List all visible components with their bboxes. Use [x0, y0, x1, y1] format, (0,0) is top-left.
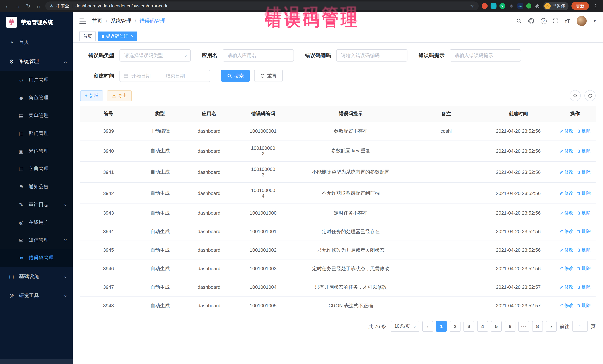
app-name-input[interactable]	[223, 49, 294, 62]
error-type-select[interactable]	[119, 49, 191, 62]
end-date-input[interactable]	[166, 73, 192, 78]
fullscreen-icon[interactable]	[553, 18, 558, 24]
sidebar-item-error-code[interactable]: </>错误码管理	[0, 249, 73, 267]
date-range-picker[interactable]: -	[119, 70, 210, 82]
sidebar-item-label: 基础设施	[19, 273, 64, 280]
close-tab-icon[interactable]: ×	[131, 34, 134, 39]
export-button[interactable]: 导出	[107, 90, 132, 101]
sidebar-item-infra[interactable]: ▢基础设施∨	[0, 267, 73, 286]
sidebar-item-sms[interactable]: ✉短信管理∨	[0, 231, 73, 249]
page-button[interactable]: 5	[491, 321, 502, 332]
edit-link[interactable]: 修改	[559, 128, 573, 134]
omnibox-divider	[72, 4, 72, 8]
add-button[interactable]: + 新增	[80, 90, 103, 101]
sidebar-item-devtools[interactable]: ⚒研发工具∨	[0, 286, 73, 305]
delete-link[interactable]: 删除	[577, 210, 591, 216]
sidebar-item-menu[interactable]: ▤菜单管理	[0, 107, 73, 124]
page-button[interactable]: 4	[477, 321, 488, 332]
error-code-label: 错误码编码	[305, 52, 331, 59]
app-logo[interactable]: 芋 芋道管理系统	[0, 12, 73, 33]
extension-teal-icon[interactable]	[490, 3, 496, 9]
reset-button[interactable]: 重置	[254, 70, 283, 82]
sidebar-item-user[interactable]: ☺用户管理	[0, 71, 73, 89]
sidebar-item-system[interactable]: ⚙系统管理∧	[0, 52, 73, 71]
sidebar-item-dict[interactable]: ❐字典管理	[0, 160, 73, 178]
forward-icon[interactable]: →	[14, 3, 22, 9]
back-icon[interactable]: ←	[4, 3, 11, 9]
delete-link[interactable]: 删除	[577, 284, 591, 290]
bookmark-star-icon[interactable]: ☆	[470, 3, 474, 9]
edit-link[interactable]: 修改	[559, 228, 573, 235]
error-message-input[interactable]	[450, 49, 521, 62]
update-button[interactable]: 更新	[571, 2, 589, 10]
page-ellipsis[interactable]: ···	[518, 321, 529, 332]
delete-link[interactable]: 删除	[577, 190, 591, 196]
prev-page-button[interactable]: ‹	[422, 321, 433, 332]
delete-link[interactable]: 删除	[577, 169, 591, 175]
edit-link[interactable]: 修改	[559, 284, 573, 290]
table-row: 3945自动生成dashboard1001001002只允许修改为开启或者关闭状…	[80, 241, 596, 259]
extension-red-icon[interactable]	[481, 3, 487, 9]
vue-devtools-icon[interactable]: V	[499, 3, 505, 9]
sidebar-item-online[interactable]: ◎在线用户	[0, 213, 73, 231]
search-icon[interactable]	[516, 18, 522, 24]
font-size-icon[interactable]: TT	[565, 18, 570, 24]
delete-link[interactable]: 删除	[577, 148, 591, 154]
edit-link[interactable]: 修改	[559, 169, 573, 175]
delete-link[interactable]: 删除	[577, 265, 591, 272]
error-message-label: 错误码提示	[418, 52, 445, 59]
error-code-input[interactable]	[336, 49, 407, 62]
extension-grid-icon[interactable]: ❖	[508, 3, 514, 9]
sidebar-item-home[interactable]: ◔首页	[0, 33, 73, 52]
delete-link[interactable]: 删除	[577, 228, 591, 235]
edit-link[interactable]: 修改	[559, 210, 573, 216]
next-page-button[interactable]: ›	[546, 321, 557, 332]
hamburger-icon[interactable]	[79, 18, 86, 23]
sidebar-item-notice[interactable]: ⚑通知公告	[0, 178, 73, 196]
profile-chip[interactable]: ☺ 已暂停	[543, 2, 568, 10]
cell-message: 参数配置 key 重复	[291, 143, 410, 159]
toggle-search-icon[interactable]	[570, 90, 581, 101]
delete-link[interactable]: 删除	[577, 247, 591, 253]
page-button[interactable]: 8	[532, 321, 543, 332]
page-button[interactable]: 2	[450, 321, 461, 332]
extension-green-icon[interactable]	[526, 3, 531, 9]
sidebar-item-label: 系统管理	[19, 58, 64, 65]
address-bar[interactable]: ⚠ 不安全 dashboard.yudao.iocoder.cn/system/…	[45, 1, 478, 10]
help-icon[interactable]: ?	[541, 18, 547, 24]
page-size-select[interactable]: 10条/页 ∨	[391, 321, 419, 332]
extension-on-icon[interactable]: on	[517, 3, 523, 9]
edit-link[interactable]: 修改	[559, 148, 573, 154]
page-button[interactable]: 1	[436, 321, 447, 332]
breadcrumb-home[interactable]: 首页	[92, 18, 103, 24]
refresh-table-icon[interactable]	[584, 90, 596, 101]
sidebar-item-dept[interactable]: ◫部门管理	[0, 124, 73, 142]
reload-icon[interactable]: ↻	[24, 3, 32, 9]
breadcrumb-system[interactable]: 系统管理	[111, 18, 131, 24]
security-warning-icon[interactable]: ⚠	[50, 3, 53, 8]
page-button[interactable]: 6	[505, 321, 515, 332]
edit-link[interactable]: 修改	[559, 265, 573, 272]
avatar-caret-icon[interactable]: ▼	[593, 19, 596, 23]
sidebar-item-post[interactable]: ▣岗位管理	[0, 142, 73, 160]
search-button[interactable]: 搜索	[221, 70, 250, 82]
sidebar-item-role[interactable]: ☻角色管理	[0, 89, 73, 107]
tab-error-code[interactable]: 错误码管理 ×	[98, 32, 137, 41]
github-icon[interactable]	[528, 18, 534, 24]
edit-link[interactable]: 修改	[559, 302, 573, 309]
infra-icon: ▢	[7, 274, 16, 279]
sidebar-collapse-bar[interactable]	[0, 359, 73, 364]
edit-link[interactable]: 修改	[559, 190, 573, 196]
delete-link[interactable]: 删除	[577, 302, 591, 309]
edit-link[interactable]: 修改	[559, 247, 573, 253]
sidebar-item-audit[interactable]: ✎审计日志∨	[0, 196, 73, 213]
puzzle-icon[interactable]	[534, 3, 540, 9]
tab-home[interactable]: 首页	[79, 32, 96, 41]
browser-home-icon[interactable]: ⌂	[35, 3, 42, 9]
page-button[interactable]: 3	[464, 321, 474, 332]
goto-page-input[interactable]	[572, 321, 588, 332]
start-date-input[interactable]	[131, 73, 158, 78]
delete-link[interactable]: 删除	[577, 128, 591, 134]
chrome-menu-icon[interactable]: ⋮	[592, 3, 599, 9]
user-avatar[interactable]	[577, 16, 587, 26]
